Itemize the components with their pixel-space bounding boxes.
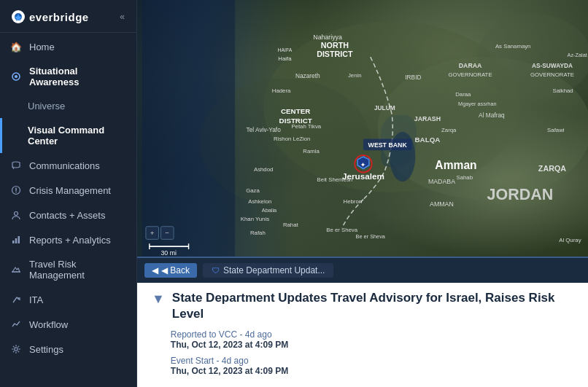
svg-point-6 bbox=[15, 212, 18, 216]
svg-text:JORDAN: JORDAN bbox=[487, 186, 554, 203]
svg-rect-7 bbox=[12, 241, 15, 243]
reported-label: Reported to VCC - 4d ago bbox=[171, 329, 576, 340]
sidebar-item-ita[interactable]: ITA bbox=[0, 287, 136, 312]
incident-metadata: Reported to VCC - 4d ago Thu, Oct 12, 20… bbox=[171, 329, 576, 380]
svg-text:Rishon LeZion: Rishon LeZion bbox=[274, 136, 310, 142]
incident-content: ▼ State Department Updates Travel Adviso… bbox=[137, 283, 588, 387]
svg-text:Sahab: Sahab bbox=[456, 174, 473, 181]
svg-text:Haifa: Haifa bbox=[278, 55, 292, 62]
sidebar-item-universe-label: Universe bbox=[28, 101, 65, 112]
communications-icon bbox=[10, 160, 22, 171]
collapse-button[interactable]: « bbox=[120, 12, 125, 22]
svg-text:HAIFA: HAIFA bbox=[278, 47, 293, 52]
svg-text:Salkhad: Salkhad bbox=[553, 87, 573, 94]
svg-text:Petah Tikva: Petah Tikva bbox=[291, 123, 321, 130]
bottom-panel: ◀ ◀ Back 🛡 State Department Updat... ▼ S… bbox=[137, 257, 588, 387]
reports-icon bbox=[10, 234, 22, 246]
sidebar-item-vcc-label: Visual Command Center bbox=[28, 125, 126, 146]
svg-text:Rahat: Rahat bbox=[283, 222, 299, 228]
svg-text:Be er Sheva: Be er Sheva bbox=[356, 233, 386, 240]
svg-point-2 bbox=[15, 75, 18, 78]
workflow-icon bbox=[10, 318, 22, 330]
back-button[interactable]: ◀ ◀ Back bbox=[144, 263, 197, 278]
svg-text:Daraa: Daraa bbox=[455, 91, 471, 98]
svg-text:Zarqa: Zarqa bbox=[441, 127, 457, 133]
map-svg-overlay: WEST BANK Nahariyya Haifa HAIFA NORTH DI… bbox=[137, 0, 588, 257]
sidebar-item-universe[interactable]: Universe bbox=[0, 94, 136, 118]
svg-text:BALQA: BALQA bbox=[415, 136, 441, 144]
back-arrow-icon: ◀ bbox=[152, 265, 158, 275]
sidebar-item-situational-awareness[interactable]: Situational Awareness bbox=[0, 59, 136, 94]
svg-text:−: − bbox=[165, 229, 169, 237]
shield-tab-icon: 🛡 bbox=[212, 266, 220, 275]
svg-point-5 bbox=[15, 192, 17, 193]
sidebar-item-workflow-label: Workflow bbox=[29, 319, 68, 330]
travel-icon bbox=[10, 264, 22, 275]
svg-text:Beit Shemesh: Beit Shemesh bbox=[317, 176, 353, 183]
panel-tab[interactable]: 🛡 State Department Updat... bbox=[203, 263, 333, 278]
svg-text:Mgayer assrhan: Mgayer assrhan bbox=[458, 101, 496, 107]
svg-text:Tel Aviv-Yafo: Tel Aviv-Yafo bbox=[247, 126, 282, 133]
back-label: ◀ Back bbox=[161, 265, 190, 275]
sidebar-item-contacts-assets[interactable]: Contacts + Assets bbox=[0, 203, 136, 227]
incident-expand-icon[interactable]: ▼ bbox=[152, 292, 165, 307]
svg-text:IRBID: IRBID bbox=[405, 74, 421, 81]
svg-text:Safawi: Safawi bbox=[547, 127, 565, 133]
event-start-label: Event Start - 4d ago bbox=[171, 356, 576, 366]
svg-text:As Sanamayn: As Sanamayn bbox=[495, 43, 531, 50]
sidebar-item-ita-label: ITA bbox=[29, 294, 43, 305]
svg-text:Be er Sheva: Be er Sheva bbox=[326, 227, 358, 233]
svg-text:Hadera: Hadera bbox=[272, 87, 291, 94]
sidebar-item-crisis-management[interactable]: Crisis Management bbox=[0, 178, 136, 203]
svg-text:Gaza: Gaza bbox=[246, 187, 260, 194]
svg-text:DARAA: DARAA bbox=[459, 62, 482, 69]
svg-rect-8 bbox=[15, 238, 18, 243]
svg-text:AMMAN: AMMAN bbox=[430, 200, 454, 208]
sidebar: everbridge « 🏠 Home Situational Awarenes… bbox=[0, 0, 137, 387]
panel-header: ◀ ◀ Back 🛡 State Department Updat... bbox=[137, 258, 588, 283]
sidebar-item-visual-command-center[interactable]: Visual Command Center bbox=[0, 118, 136, 153]
sidebar-item-contacts-label: Contacts + Assets bbox=[29, 210, 105, 221]
svg-text:JARASH: JARASH bbox=[414, 115, 441, 122]
sidebar-item-communications[interactable]: Communications bbox=[0, 153, 136, 178]
svg-text:JULUM: JULUM bbox=[374, 104, 395, 112]
sidebar-item-home[interactable]: 🏠 Home bbox=[0, 34, 136, 59]
sidebar-item-settings-label: Settings bbox=[29, 344, 63, 355]
home-icon: 🏠 bbox=[10, 41, 22, 52]
svg-text:Ashdod: Ashdod bbox=[254, 166, 273, 173]
sidebar-divider-top bbox=[0, 32, 136, 33]
svg-text:Ramla: Ramla bbox=[303, 148, 320, 155]
svg-text:GOVERNORATE: GOVERNORATE bbox=[530, 71, 574, 78]
svg-text:Az-Zalat: Az-Zalat bbox=[568, 52, 587, 58]
svg-text:Al Mafraq: Al Mafraq bbox=[479, 112, 505, 119]
sidebar-item-reports-analytics[interactable]: Reports + Analytics bbox=[0, 227, 136, 252]
map-area[interactable]: WEST BANK Nahariyya Haifa HAIFA NORTH DI… bbox=[137, 0, 588, 257]
main-content: WEST BANK Nahariyya Haifa HAIFA NORTH DI… bbox=[137, 0, 588, 387]
incident-title: State Department Updates Travel Advisory… bbox=[171, 290, 576, 322]
event-start-row: Event Start - 4d ago Thu, Oct 12, 2023 a… bbox=[171, 356, 576, 376]
svg-text:CENTER: CENTER bbox=[281, 107, 310, 115]
svg-text:Abalia: Abalia bbox=[262, 207, 277, 214]
crisis-icon bbox=[10, 184, 22, 196]
svg-text:+: + bbox=[150, 229, 155, 237]
contacts-icon bbox=[10, 209, 22, 221]
sidebar-item-settings[interactable]: Settings bbox=[0, 337, 136, 361]
sidebar-item-travel-risk[interactable]: Travel Risk Management bbox=[0, 252, 136, 287]
svg-text:30 mi: 30 mi bbox=[160, 249, 177, 257]
svg-text:MADABA: MADABA bbox=[428, 178, 455, 185]
situational-awareness-icon bbox=[10, 71, 22, 82]
sidebar-item-communications-label: Communications bbox=[29, 160, 100, 171]
panel-tab-label: State Department Updat... bbox=[223, 265, 325, 275]
logo-wrapper: everbridge bbox=[12, 10, 89, 23]
sidebar-item-workflow[interactable]: Workflow bbox=[0, 312, 136, 337]
reported-row: Reported to VCC - 4d ago Thu, Oct 12, 20… bbox=[171, 329, 576, 350]
svg-point-10 bbox=[15, 348, 18, 351]
logo-text: everbridge bbox=[29, 11, 89, 23]
sidebar-item-travel-label: Travel Risk Management bbox=[29, 259, 126, 281]
sidebar-item-reports-label: Reports + Analytics bbox=[29, 235, 111, 246]
ita-icon bbox=[10, 294, 22, 305]
svg-text:Amman: Amman bbox=[435, 159, 476, 171]
active-indicator bbox=[0, 118, 2, 153]
svg-rect-9 bbox=[18, 236, 20, 243]
svg-text:Nahariyya: Nahariyya bbox=[313, 34, 342, 41]
